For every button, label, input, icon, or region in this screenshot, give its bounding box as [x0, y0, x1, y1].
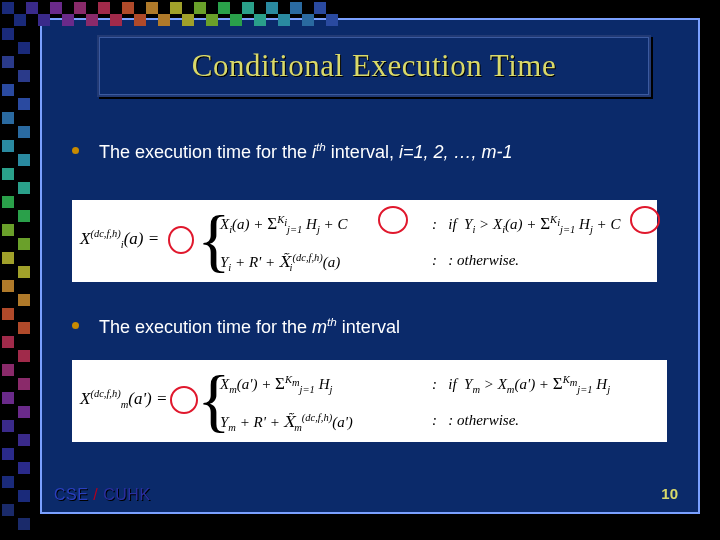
deco-square-icon: [2, 476, 14, 488]
footer-sep: /: [88, 486, 103, 503]
deco-square-icon: [2, 2, 14, 14]
equation-2: X(dc,f,h)m(a') = { Xm(a') + ΣKmj=1 Hj : …: [72, 360, 667, 442]
bullet-2-pre: The execution time for the: [99, 317, 312, 337]
deco-square-icon: [110, 14, 122, 26]
highlight-circle-icon: [378, 206, 408, 234]
eq1-arg: (a): [124, 229, 144, 248]
deco-square-icon: [18, 266, 30, 278]
equation-1: X(dc,f,h)i(a) = { Xi(a) + ΣKij=1 Hj + C …: [72, 200, 657, 282]
footer-cuhk: CUHK: [103, 486, 150, 503]
slide-body: Conditional Execution Time The execution…: [40, 18, 700, 514]
deco-square-icon: [158, 14, 170, 26]
title-box: Conditional Execution Time: [97, 35, 651, 97]
bullet-1: The execution time for the ith interval,…: [72, 140, 512, 163]
eq2-cond2: : : otherwise.: [432, 412, 519, 429]
bullet-2-text: The execution time for the mth interval: [99, 315, 400, 338]
deco-square-icon: [18, 154, 30, 166]
deco-square-icon: [18, 238, 30, 250]
deco-square-icon: [18, 182, 30, 194]
deco-square-icon: [2, 28, 14, 40]
deco-square-icon: [18, 210, 30, 222]
deco-square-icon: [62, 14, 74, 26]
bullet-2-sup: th: [327, 315, 337, 328]
deco-square-icon: [50, 2, 62, 14]
bullet-1-range: i=1, 2, …, m-1: [399, 142, 513, 162]
deco-square-icon: [194, 2, 206, 14]
deco-square-icon: [2, 140, 14, 152]
deco-square-icon: [2, 56, 14, 68]
deco-square-icon: [18, 322, 30, 334]
deco-square-icon: [2, 112, 14, 124]
deco-square-icon: [218, 2, 230, 14]
deco-square-icon: [18, 490, 30, 502]
bullet-dot-icon: [72, 322, 79, 329]
bullet-2-post: interval: [337, 317, 400, 337]
bullet-dot-icon: [72, 147, 79, 154]
deco-square-icon: [2, 168, 14, 180]
deco-square-icon: [14, 14, 26, 26]
bullet-1-mid: interval,: [326, 142, 399, 162]
deco-square-icon: [314, 2, 326, 14]
eq1-line2: Yi + R' + X̃i(dc,f,h)(a): [220, 252, 340, 273]
page-title: Conditional Execution Time: [99, 37, 649, 84]
deco-square-icon: [86, 14, 98, 26]
highlight-circle-icon: [168, 226, 194, 254]
bullet-2: The execution time for the mth interval: [72, 315, 400, 338]
deco-square-icon: [26, 2, 38, 14]
eq2-sym: X: [80, 389, 90, 408]
deco-square-icon: [2, 420, 14, 432]
deco-square-icon: [18, 434, 30, 446]
deco-square-icon: [18, 98, 30, 110]
deco-square-icon: [326, 14, 338, 26]
footer-cse: CSE: [54, 486, 88, 503]
deco-square-icon: [2, 392, 14, 404]
bullet-2-m: m: [312, 317, 327, 337]
deco-square-icon: [74, 2, 86, 14]
deco-square-icon: [18, 406, 30, 418]
eq1-lhs: X(dc,f,h)i(a) =: [80, 228, 159, 250]
deco-square-icon: [18, 70, 30, 82]
eq2-cond1: : if Ym > Xm(a') + ΣKmj=1 Hj: [432, 374, 610, 395]
deco-square-icon: [98, 2, 110, 14]
deco-square-icon: [18, 518, 30, 530]
deco-square-icon: [2, 504, 14, 516]
deco-square-icon: [266, 2, 278, 14]
deco-square-icon: [18, 378, 30, 390]
deco-square-icon: [278, 14, 290, 26]
deco-square-icon: [302, 14, 314, 26]
eq2-otherwise: : otherwise.: [448, 412, 519, 428]
deco-square-icon: [18, 462, 30, 474]
deco-square-icon: [18, 350, 30, 362]
footer-logo: CSE / CUHK: [54, 486, 151, 504]
deco-square-icon: [242, 2, 254, 14]
deco-square-icon: [182, 14, 194, 26]
slide-stage: Conditional Execution Time The execution…: [0, 0, 720, 540]
eq1-cond1: : if Yi > Xi(a) + ΣKij=1 Hj + C: [432, 214, 620, 235]
deco-square-icon: [2, 364, 14, 376]
bullet-1-pre: The execution time for the: [99, 142, 312, 162]
eq2-sup: (dc,f,h): [90, 388, 120, 399]
deco-square-icon: [2, 336, 14, 348]
deco-square-icon: [2, 280, 14, 292]
deco-square-icon: [18, 126, 30, 138]
eq1-cond2: : : otherwise.: [432, 252, 519, 269]
deco-square-icon: [122, 2, 134, 14]
deco-square-icon: [206, 14, 218, 26]
bullet-1-text: The execution time for the ith interval,…: [99, 140, 512, 163]
deco-square-icon: [2, 252, 14, 264]
highlight-circle-icon: [630, 206, 660, 234]
deco-square-icon: [2, 224, 14, 236]
eq2-lhs: X(dc,f,h)m(a') =: [80, 388, 168, 410]
eq1-line1: Xi(a) + ΣKij=1 Hj + C: [220, 214, 347, 235]
eq2-line2: Ym + R' + X̃m(dc,f,h)(a'): [220, 412, 353, 433]
page-number: 10: [661, 485, 678, 502]
eq1-sup: (dc,f,h): [90, 228, 120, 239]
deco-square-icon: [134, 14, 146, 26]
deco-square-icon: [2, 448, 14, 460]
deco-square-icon: [146, 2, 158, 14]
deco-square-icon: [2, 84, 14, 96]
deco-square-icon: [254, 14, 266, 26]
deco-square-icon: [38, 14, 50, 26]
eq2-line1: Xm(a') + ΣKmj=1 Hj: [220, 374, 332, 395]
eq1-sym: X: [80, 229, 90, 248]
